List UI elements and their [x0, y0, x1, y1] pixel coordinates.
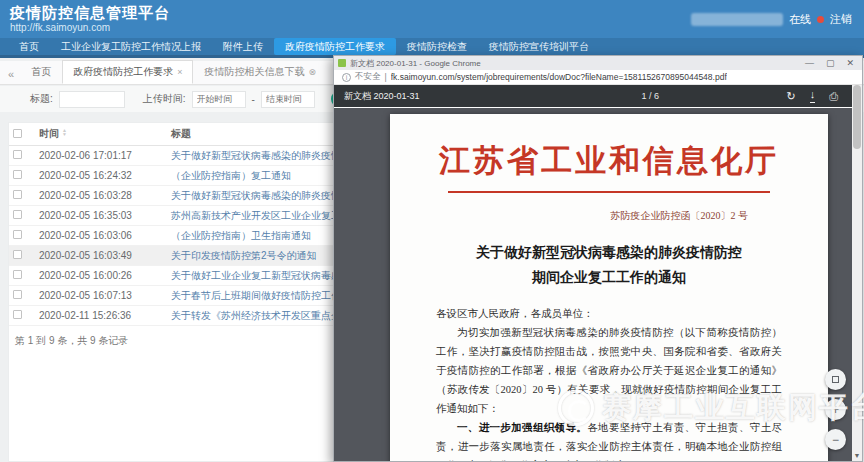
end-time-input[interactable]	[261, 91, 315, 108]
tab-label: 政府疫情防控工作要求	[73, 66, 173, 77]
row-time: 2020-02-05 16:00:26	[35, 266, 167, 286]
tab-close-icon[interactable]: ×	[177, 67, 182, 77]
header-user-area: 在线 注销	[691, 12, 852, 27]
zoom-in-button[interactable]: +	[825, 399, 846, 420]
doc-letterhead: 江苏省工业和信息化厅	[418, 140, 800, 182]
pdf-page-indicator: 1 / 6	[514, 91, 786, 101]
window-controls: — ▢ ✕	[805, 58, 858, 68]
select-all-checkbox[interactable]	[13, 129, 22, 138]
row-checkbox[interactable]	[13, 230, 22, 239]
nav-item-label: 首页	[19, 41, 39, 52]
fit-screen-icon	[832, 376, 839, 383]
doc-paragraph-1: 为切实加强新型冠状病毒感染的肺炎疫情防控（以下简称疫情防控）工作，坚决打赢疫情防…	[436, 323, 782, 418]
sort-icon[interactable]: ▲▼	[62, 128, 67, 136]
page-title: 疫情防控信息管理平台	[10, 4, 170, 23]
nav-item[interactable]: 政府疫情防控工作要求	[274, 38, 396, 55]
tab-close-icon[interactable]: ⊗	[308, 67, 316, 77]
site-url: http://fk.saimoyun.com	[10, 22, 110, 33]
title-filter-input[interactable]	[59, 91, 125, 108]
upload-time-label: 上传时间:	[143, 92, 186, 106]
maximize-icon[interactable]: ▢	[826, 58, 835, 68]
tab-item[interactable]: 政府疫情防控工作要求×	[62, 60, 193, 84]
doc-red-rule	[448, 191, 770, 193]
row-title-link[interactable]: 关于印发疫情防控第2号令的通知	[171, 250, 317, 261]
scrollbar-thumb[interactable]	[853, 85, 861, 149]
nav-item-label: 政府疫情防控工作要求	[285, 41, 385, 52]
fit-screen-button[interactable]	[825, 369, 846, 390]
row-checkbox[interactable]	[13, 250, 22, 259]
row-title-link[interactable]: （企业防控指南）复工通知	[171, 170, 291, 181]
close-icon[interactable]: ✕	[846, 58, 854, 68]
row-time: 2020-02-05 16:03:49	[35, 246, 167, 266]
start-time-input[interactable]	[192, 91, 246, 108]
row-title-link[interactable]: （企业防控指南）卫生指南通知	[171, 230, 311, 241]
pdf-doc-title: 新文档 2020-01-31	[344, 90, 514, 103]
document-icon	[338, 59, 346, 67]
print-icon[interactable]: ⎙	[829, 90, 838, 103]
nav-item[interactable]: 首页	[8, 38, 50, 55]
row-time: 2020-02-05 16:35:03	[35, 206, 167, 226]
nav-item-label: 疫情防控宣传培训平台	[489, 41, 589, 52]
nav-item[interactable]: 附件上传	[212, 38, 274, 55]
zoom-out-button[interactable]: −	[825, 429, 846, 450]
app-header: 疫情防控信息管理平台 http://fk.saimoyun.com 在线 注销	[0, 0, 864, 38]
row-checkbox[interactable]	[13, 170, 22, 179]
nav-item-label: 疫情防控检查	[407, 41, 467, 52]
status-dot-icon	[817, 16, 824, 23]
nav-item-label: 附件上传	[223, 41, 263, 52]
tab-home[interactable]: 首页	[20, 60, 62, 84]
download-icon[interactable]: ↓	[810, 90, 816, 103]
address-divider: |	[385, 72, 387, 82]
nav-item[interactable]: 疫情防控检查	[396, 38, 478, 55]
tab-item[interactable]: 疫情防控相关信息下载⊗	[193, 60, 327, 84]
collapse-tabs-icon[interactable]: «	[6, 68, 20, 84]
nav-item[interactable]: 疫情防控宣传培训平台	[478, 38, 600, 55]
row-time: 2020-02-05 16:24:32	[35, 166, 167, 186]
pdf-toolbar: 新文档 2020-01-31 1 / 6 ↻ ↓ ⎙	[334, 85, 862, 107]
row-checkbox[interactable]	[13, 150, 22, 159]
pdf-document-page: 江苏省工业和信息化厅 苏防疫企业防控函〔2020〕2 号 关于做好新型冠状病毒感…	[390, 114, 828, 461]
row-checkbox[interactable]	[13, 310, 22, 319]
tab-label: 疫情防控相关信息下载	[204, 66, 304, 77]
doc-title: 关于做好新型冠状病毒感染的肺炎疫情防控 期间企业复工工作的通知	[436, 241, 782, 290]
title-filter-label: 标题:	[30, 92, 53, 106]
row-time: 2020-02-05 16:03:06	[35, 226, 167, 246]
date-range-separator: -	[252, 94, 255, 105]
doc-body: 各设区市人民政府，各成员单位： 为切实加强新型冠状病毒感染的肺炎疫情防控（以下简…	[436, 304, 782, 461]
nav-item-label: 工业企业复工防控工作情况上报	[61, 41, 201, 52]
rotate-icon[interactable]: ↻	[786, 90, 795, 103]
pdf-toolbar-icons: ↻ ↓ ⎙	[786, 90, 838, 103]
row-checkbox[interactable]	[13, 210, 22, 219]
online-status-link[interactable]: 在线	[789, 12, 811, 27]
logout-link[interactable]: 注销	[830, 12, 852, 27]
column-header-time[interactable]: 时间▲▼	[35, 123, 167, 146]
popup-scrollbar[interactable]: ▼	[852, 85, 862, 461]
address-url: fk.saimoyun.com/system/jobrequirements/d…	[391, 72, 727, 82]
row-checkbox[interactable]	[13, 270, 22, 279]
doc-paragraph-2: 一、进一步加强组织领导。各地要坚持守土有责、守土担责、守土尽责，进一步落实属地责…	[436, 418, 782, 461]
row-checkbox[interactable]	[13, 190, 22, 199]
row-checkbox[interactable]	[13, 290, 22, 299]
security-label: 不安全	[355, 71, 381, 83]
pdf-viewport[interactable]: 江苏省工业和信息化厅 苏防疫企业防控函〔2020〕2 号 关于做好新型冠状病毒感…	[334, 108, 862, 461]
popup-window-title: 新文档 2020-01-31 - Google Chrome	[350, 58, 805, 69]
nav-item[interactable]: 工业企业复工防控工作情况上报	[50, 38, 212, 55]
doc-number: 苏防疫企业防控函〔2020〕2 号	[436, 209, 782, 223]
redacted-company-name	[691, 13, 783, 26]
address-bar[interactable]: i 不安全 | fk.saimoyun.com/system/jobrequir…	[334, 70, 862, 85]
browser-popup: 新文档 2020-01-31 - Google Chrome — ▢ ✕ i 不…	[333, 55, 863, 462]
doc-salutation: 各设区市人民政府，各成员单位：	[436, 304, 782, 323]
row-time: 2020-02-05 16:07:13	[35, 286, 167, 306]
minimize-icon[interactable]: —	[805, 58, 814, 68]
row-time: 2020-02-05 16:03:28	[35, 186, 167, 206]
row-time: 2020-02-06 17:01:17	[35, 146, 167, 166]
scroll-down-icon[interactable]: ▼	[852, 450, 862, 461]
popup-title-bar[interactable]: 新文档 2020-01-31 - Google Chrome — ▢ ✕	[334, 56, 862, 70]
row-time: 2020-02-11 15:26:36	[35, 306, 167, 326]
info-icon[interactable]: i	[342, 73, 351, 82]
